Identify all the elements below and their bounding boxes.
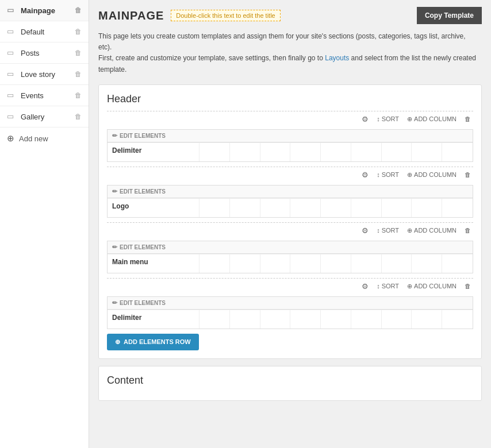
element-cell-3-4: [321, 310, 351, 329]
trash-icon[interactable]: 🗑: [75, 6, 82, 14]
element-cell-3-1: [230, 310, 260, 329]
add-column-button-3[interactable]: ⊕ ADD COLUMN: [405, 281, 459, 291]
pencil-icon: ✏: [112, 188, 117, 195]
page-icon: ▭: [7, 112, 16, 121]
row-toolbar-0: ⚙ ↕ SORT ⊕ ADD COLUMN 🗑: [107, 111, 473, 127]
edit-elements-button-1[interactable]: ✏ EDIT ELEMENTS: [112, 188, 166, 195]
plus-circle-icon: ⊕: [407, 283, 412, 290]
element-cell-3-0: [200, 310, 230, 329]
element-cell-1-8: [442, 199, 473, 217]
page-icon: ▭: [7, 27, 16, 36]
element-cell-2-8: [442, 254, 473, 273]
sort-icon: ↕: [377, 283, 380, 289]
description: This page lets you create custom templat…: [98, 31, 482, 75]
sort-icon: ↕: [377, 171, 380, 178]
trash-icon[interactable]: 🗑: [75, 49, 82, 57]
add-column-button-1[interactable]: ⊕ ADD COLUMN: [405, 170, 459, 180]
element-cell-3-5: [351, 310, 382, 329]
sort-button-1[interactable]: ↕ SORT: [374, 170, 401, 179]
edit-title-hint[interactable]: Double-click this text to edit the title: [171, 10, 280, 21]
sidebar-item-default[interactable]: ▭ Default 🗑: [0, 21, 89, 43]
trash-icon: 🗑: [465, 115, 471, 122]
page-icon: ▭: [7, 6, 16, 15]
element-label-2: Main menu: [108, 254, 200, 273]
row-section-2: ⚙ ↕ SORT ⊕ ADD COLUMN 🗑 ✏ EDIT ELEMENTS …: [107, 222, 473, 273]
sidebar-item-left: ▭ Gallery: [7, 112, 44, 121]
add-new-item[interactable]: ⊕ Add new: [0, 128, 89, 149]
row-section-0: ⚙ ↕ SORT ⊕ ADD COLUMN 🗑 ✏ EDIT ELEMENTS …: [107, 111, 473, 162]
element-cell-2-4: [321, 254, 351, 273]
sidebar-item-label: Default: [21, 28, 44, 36]
element-cell-2-1: [230, 254, 260, 273]
sidebar-item-gallery[interactable]: ▭ Gallery 🗑: [0, 106, 89, 128]
element-cell-1-6: [382, 199, 412, 217]
delete-row-button-2[interactable]: 🗑: [462, 226, 473, 235]
sidebar-item-mainpage[interactable]: ▭ Mainpage 🗑: [0, 0, 89, 21]
desc-line3-prefix: First, create and customize your templat…: [98, 54, 325, 62]
trash-icon[interactable]: 🗑: [75, 70, 82, 78]
add-column-label: ADD COLUMN: [414, 115, 457, 122]
sidebar-item-posts[interactable]: ▭ Posts 🗑: [0, 43, 89, 64]
add-column-button-2[interactable]: ⊕ ADD COLUMN: [405, 226, 459, 235]
element-cell-2-0: [200, 254, 230, 273]
trash-icon: 🗑: [465, 227, 471, 234]
trash-icon[interactable]: 🗑: [75, 113, 82, 121]
element-cell-1-0: [200, 199, 230, 217]
sidebar-item-love-story[interactable]: ▭ Love story 🗑: [0, 64, 89, 85]
page-icon: ▭: [7, 69, 16, 79]
element-cell-3-6: [382, 310, 412, 329]
element-cell-0-2: [260, 143, 291, 161]
row-section-3: ⚙ ↕ SORT ⊕ ADD COLUMN 🗑 ✏ EDIT ELEMENTS …: [107, 278, 473, 329]
settings-button-2[interactable]: ⚙: [359, 225, 371, 236]
sort-button-3[interactable]: ↕ SORT: [374, 281, 401, 291]
settings-button-3[interactable]: ⚙: [359, 281, 371, 292]
element-columns-2: Main menu: [108, 254, 473, 273]
add-elements-row-button[interactable]: ⊕ADD ELEMENTS ROW: [107, 334, 199, 350]
edit-elements-button-2[interactable]: ✏ EDIT ELEMENTS: [112, 244, 166, 251]
element-cell-0-4: [321, 143, 351, 161]
trash-icon[interactable]: 🗑: [75, 91, 82, 99]
element-row-2: ✏ EDIT ELEMENTS Main menu: [107, 241, 473, 273]
plus-circle-icon: ⊕: [407, 227, 412, 234]
gear-icon: ⚙: [362, 282, 369, 291]
element-columns-0: Delimiter: [108, 142, 473, 161]
sort-button-0[interactable]: ↕ SORT: [374, 114, 401, 123]
element-columns-3: Delimiter: [108, 310, 473, 329]
element-row-header-3: ✏ EDIT ELEMENTS: [108, 297, 473, 310]
element-cell-0-7: [412, 143, 442, 161]
element-cell-3-7: [412, 310, 442, 329]
delete-row-button-3[interactable]: 🗑: [462, 281, 473, 291]
add-elements-row-label: ADD ELEMENTS ROW: [124, 338, 191, 345]
page-icon: ▭: [7, 48, 16, 57]
copy-template-button[interactable]: Copy Template: [417, 7, 482, 24]
layouts-link[interactable]: Layouts: [325, 54, 349, 62]
element-cell-0-0: [200, 143, 230, 161]
sidebar-item-events[interactable]: ▭ Events 🗑: [0, 85, 89, 106]
element-cell-0-5: [351, 143, 382, 161]
settings-button-1[interactable]: ⚙: [359, 169, 371, 180]
gear-icon: ⚙: [362, 115, 369, 123]
sidebar-item-label: Posts: [21, 49, 40, 57]
sidebar-item-label: Mainpage: [21, 6, 55, 15]
plus-circle-icon: ⊕: [7, 133, 14, 144]
element-cell-1-2: [260, 199, 291, 217]
trash-icon[interactable]: 🗑: [75, 28, 82, 36]
sidebar-item-label: Events: [21, 91, 44, 100]
settings-button-0[interactable]: ⚙: [359, 114, 371, 125]
sort-button-2[interactable]: ↕ SORT: [374, 226, 401, 235]
add-column-button-0[interactable]: ⊕ ADD COLUMN: [405, 114, 459, 124]
element-cell-2-3: [290, 254, 321, 273]
add-column-label: ADD COLUMN: [414, 227, 457, 234]
element-cell-0-8: [442, 143, 473, 161]
sidebar-item-left: ▭ Default: [7, 27, 44, 36]
gear-icon: ⚙: [362, 226, 369, 235]
delete-row-button-0[interactable]: 🗑: [462, 114, 473, 123]
edit-elements-button-0[interactable]: ✏ EDIT ELEMENTS: [112, 132, 166, 140]
section-content-section: Content: [98, 366, 482, 401]
edit-elements-label: EDIT ELEMENTS: [120, 300, 166, 306]
section-title-content-section: Content: [107, 374, 473, 387]
element-cell-2-2: [260, 254, 291, 273]
edit-elements-button-3[interactable]: ✏ EDIT ELEMENTS: [112, 299, 166, 307]
element-label-0: Delimiter: [108, 143, 200, 161]
delete-row-button-1[interactable]: 🗑: [462, 170, 473, 179]
